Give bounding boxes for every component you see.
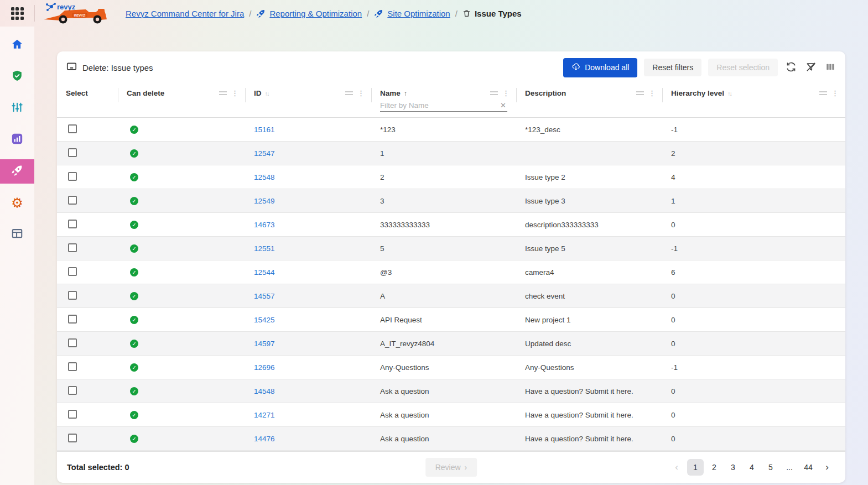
row-checkbox[interactable]	[68, 124, 77, 133]
clear-filter-icon[interactable]: ✕	[499, 101, 507, 109]
reset-selection-button[interactable]: Reset selection	[708, 59, 778, 76]
row-checkbox[interactable]	[68, 410, 77, 419]
row-checkbox[interactable]	[68, 386, 77, 395]
column-header-hierarchy-level[interactable]: Hierarchy level	[671, 89, 724, 97]
sidebar-item-configuration[interactable]	[0, 96, 34, 121]
name-cell: 1	[371, 149, 516, 158]
description-cell: Issue type 3	[516, 197, 662, 205]
id-link[interactable]: 14476	[254, 435, 275, 443]
name-filter-input[interactable]	[380, 101, 499, 109]
id-link[interactable]: 12549	[254, 197, 275, 205]
id-link[interactable]: 14673	[254, 221, 275, 229]
can-delete-badge: ✓	[130, 363, 138, 372]
sidebar-item-security[interactable]	[0, 65, 34, 89]
shield-check-icon	[11, 70, 23, 84]
row-checkbox[interactable]	[68, 315, 77, 324]
pagination-page[interactable]: 3	[725, 459, 741, 476]
pagination-prev-icon[interactable]: ‹	[668, 459, 685, 476]
description-cell: Updated desc	[516, 340, 662, 348]
row-checkbox[interactable]	[68, 267, 77, 276]
cloud-download-icon	[571, 62, 580, 73]
column-menu-icon[interactable]	[345, 91, 353, 95]
sort-icon[interactable]: ↑↓	[265, 90, 269, 97]
table-row: ✓1254712	[57, 142, 845, 165]
row-checkbox[interactable]	[68, 196, 77, 205]
table-row: ✓14271Ask a questionHave a question? Sub…	[57, 403, 845, 427]
name-cell: Ask a question	[371, 411, 516, 419]
id-link[interactable]: 14271	[254, 411, 275, 419]
sidebar-item-site-optimization[interactable]	[0, 159, 34, 184]
pagination-page[interactable]: 4	[744, 459, 760, 476]
hierarchy-cell: 0	[662, 292, 845, 300]
home-icon	[11, 38, 23, 53]
can-delete-badge: ✓	[130, 126, 138, 134]
column-header-select: Select	[66, 89, 88, 97]
table-row: ✓14548Ask a questionHave a question? Sub…	[57, 379, 845, 403]
columns-button[interactable]	[824, 61, 836, 75]
sidebar-item-home[interactable]	[0, 33, 34, 58]
row-checkbox[interactable]	[68, 243, 77, 252]
review-button[interactable]: Review ›	[425, 458, 477, 477]
id-link[interactable]: 12544	[254, 268, 275, 277]
row-checkbox[interactable]	[68, 148, 77, 157]
reset-filters-button[interactable]: Reset filters	[644, 59, 701, 76]
revyz-logo[interactable]: revyz REVYZ	[43, 1, 108, 26]
clear-filters-button[interactable]	[804, 60, 818, 75]
row-checkbox[interactable]	[68, 338, 77, 347]
column-menu-icon[interactable]	[636, 91, 644, 95]
can-delete-badge: ✓	[130, 197, 138, 205]
breadcrumb-link-command-center[interactable]: Revyz Command Center for Jira	[126, 9, 244, 18]
column-header-id[interactable]: ID	[254, 89, 262, 97]
sidebar-item-settings[interactable]: ⚙	[0, 191, 34, 215]
column-more-icon[interactable]: ⋮	[648, 90, 656, 97]
table-row: ✓125515Issue type 5-1	[57, 237, 845, 260]
id-link[interactable]: 14548	[254, 387, 275, 395]
pagination-page[interactable]: 2	[706, 459, 723, 476]
id-link[interactable]: 14557	[254, 292, 275, 300]
description-cell: Have a question? Submit it here.	[516, 435, 662, 443]
sort-icon[interactable]: ↑↓	[727, 90, 731, 97]
row-checkbox[interactable]	[68, 172, 77, 181]
column-more-icon[interactable]: ⋮	[831, 90, 839, 97]
column-menu-icon[interactable]	[219, 91, 227, 95]
column-more-icon[interactable]: ⋮	[502, 90, 510, 97]
sidebar-item-schedule[interactable]	[0, 222, 34, 247]
description-cell: Issue type 2	[516, 173, 662, 181]
breadcrumb-link-reporting[interactable]: Reporting & Optimization	[269, 9, 362, 18]
table-row: ✓15161*123*123_desc-1	[57, 118, 845, 142]
column-more-icon[interactable]: ⋮	[357, 90, 365, 97]
can-delete-badge: ✓	[130, 387, 138, 395]
table-row: ✓12696Any-QuestionsAny-Questions-1	[57, 356, 845, 379]
id-link[interactable]: 12548	[254, 173, 275, 181]
refresh-button[interactable]	[784, 60, 798, 75]
column-header-name[interactable]: Name	[380, 89, 401, 97]
id-link[interactable]: 12696	[254, 363, 275, 372]
pagination-page[interactable]: 1	[687, 459, 704, 476]
pagination-next-icon[interactable]: ›	[819, 459, 835, 476]
id-link[interactable]: 12551	[254, 244, 275, 253]
columns-icon	[825, 62, 835, 74]
can-delete-badge: ✓	[130, 244, 138, 253]
row-checkbox[interactable]	[68, 434, 77, 442]
id-link[interactable]: 14597	[254, 340, 275, 348]
sort-ascending-icon[interactable]: ↑	[404, 89, 408, 97]
download-all-button[interactable]: Download all	[563, 58, 637, 77]
id-link[interactable]: 12547	[254, 149, 275, 158]
column-more-icon[interactable]: ⋮	[231, 90, 238, 97]
column-header-description: Description	[525, 89, 566, 97]
row-checkbox[interactable]	[68, 220, 77, 228]
name-cell: Any-Questions	[371, 363, 516, 372]
row-checkbox[interactable]	[68, 291, 77, 300]
id-link[interactable]: 15425	[254, 316, 275, 324]
app-switcher-icon[interactable]	[0, 7, 34, 20]
breadcrumb-link-site-optimization[interactable]: Site Optimization	[387, 9, 450, 18]
description-cell: Have a question? Submit it here.	[516, 387, 662, 395]
column-menu-icon[interactable]	[819, 91, 827, 95]
row-checkbox[interactable]	[68, 362, 77, 371]
pagination-page[interactable]: 5	[762, 459, 779, 476]
id-link[interactable]: 15161	[254, 126, 275, 134]
column-menu-icon[interactable]	[490, 91, 498, 95]
bar-chart-icon	[11, 133, 23, 147]
pagination-page[interactable]: 44	[800, 459, 817, 476]
sidebar-item-analytics[interactable]	[0, 128, 34, 152]
